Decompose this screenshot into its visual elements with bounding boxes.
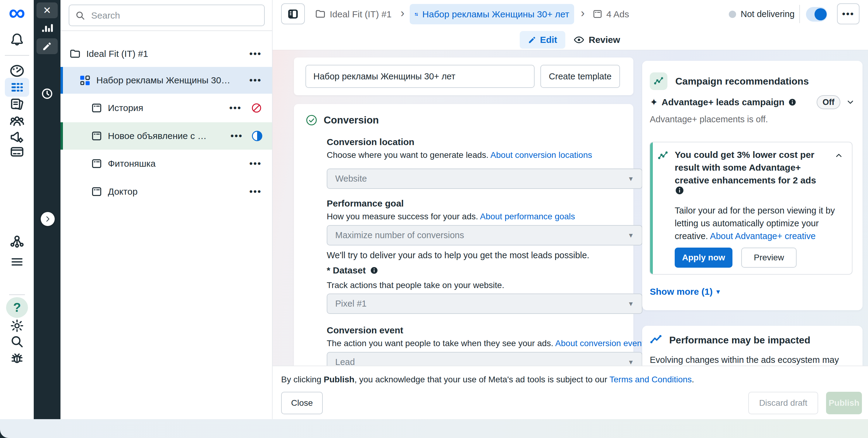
publish-acknowledgement: By clicking Publish, you acknowledge tha…	[281, 375, 694, 384]
caret-down-icon: ▼	[628, 300, 634, 308]
dropdown-value: Website	[335, 174, 367, 184]
show-more-link[interactable]: Show more (1) ▾	[650, 287, 720, 297]
publish-footer: By clicking Publish, you acknowledge tha…	[273, 366, 868, 419]
adset-name-input[interactable]	[305, 65, 535, 88]
note-bold: Publish	[324, 375, 354, 384]
dataset-label-row: * Dataset	[327, 265, 378, 275]
discard-draft-button[interactable]: Discard draft	[748, 392, 818, 414]
performance-goal-dropdown[interactable]: Maximize number of conversions ▼	[327, 225, 643, 245]
campaigns-table-active-tile[interactable]	[5, 78, 29, 97]
terms-and-conditions-link[interactable]: Terms and Conditions	[609, 375, 692, 384]
main-editor-area: Ideal Fit (IT) #1 › Набор рекламы Женщин…	[273, 0, 868, 419]
trend-arrow-icon	[650, 334, 662, 346]
info-icon[interactable]	[788, 98, 797, 107]
ad-page-icon	[91, 102, 102, 114]
breadcrumb-campaign[interactable]: Ideal Fit (IT) #1	[330, 9, 392, 20]
expand-sidebar-chevron-button[interactable]	[41, 212, 55, 226]
header-menu-dots-button[interactable]: •••	[837, 3, 860, 24]
row-menu-dots[interactable]: •••	[249, 158, 262, 169]
delivery-status-text: Not delivering	[741, 9, 795, 19]
help-icon[interactable]: ?	[6, 297, 28, 318]
sparkle-icon: ✦	[650, 96, 658, 108]
campaign-recommendations-card: Campaign recommendations ✦ Advantage+ le…	[642, 61, 863, 310]
ad-page-icon	[91, 130, 102, 142]
tree-divider	[60, 30, 272, 31]
conversion-location-label: Conversion location	[327, 137, 414, 147]
folder-icon	[315, 8, 326, 20]
breadcrumb-ads[interactable]: 4 Ads	[606, 9, 629, 20]
edit-pencil-active-button[interactable]	[36, 38, 58, 54]
performance-body: Evolving changes within the ads ecosyste…	[650, 355, 839, 365]
ad-page-icon	[91, 186, 102, 197]
preview-button[interactable]: Preview	[741, 247, 797, 268]
teal-accent-bar	[650, 142, 653, 274]
billing-card-icon[interactable]	[2, 142, 31, 161]
pages-news-icon[interactable]	[2, 95, 31, 114]
about-conversion-locations-link[interactable]: About conversion locations	[491, 150, 592, 160]
row-menu-dots[interactable]: •••	[229, 103, 242, 113]
conversion-heading-row: Conversion	[305, 113, 379, 127]
caret-down-icon: ▾	[716, 287, 720, 296]
advantage-leads-label: Advantage+ leads campaign	[662, 97, 784, 107]
apply-now-button[interactable]: Apply now	[675, 247, 733, 268]
ad-page-icon	[91, 158, 102, 169]
help-question-glyph: ?	[13, 300, 21, 315]
tree-row-campaign[interactable]: Ideal Fit (IT) #1 •••	[60, 40, 272, 67]
tree-row-ad-istoriya[interactable]: История •••	[60, 94, 272, 122]
info-icon[interactable]	[675, 185, 684, 195]
publish-button[interactable]: Publish	[826, 392, 862, 414]
about-performance-goals-link[interactable]: About performance goals	[480, 212, 575, 221]
adset-name-card: Create template	[294, 57, 633, 95]
toggle-tree-panel-button[interactable]	[281, 3, 305, 24]
caret-down-icon: ▼	[628, 359, 634, 366]
edit-mode-sidebar: ✕	[34, 0, 60, 419]
tree-label: Фитоняшка	[108, 158, 229, 169]
performance-bars-icon[interactable]	[36, 20, 58, 36]
bug-report-icon[interactable]	[2, 349, 31, 368]
row-menu-dots[interactable]: •••	[249, 49, 262, 59]
row-menu-dots[interactable]: •••	[249, 75, 262, 85]
note-text: .	[692, 375, 694, 384]
conversion-location-help: Choose where you want to generate leads.…	[327, 150, 592, 160]
in-progress-status-icon	[252, 131, 262, 141]
conversion-event-help: The action you want people to take when …	[327, 339, 648, 348]
about-conversion-events-link[interactable]: About conversion events	[555, 339, 649, 348]
tab-review[interactable]: Review	[574, 31, 620, 49]
row-menu-dots[interactable]: •••	[249, 186, 262, 197]
conversion-location-dropdown[interactable]: Website ▼	[327, 169, 643, 189]
page-bottom-strip	[0, 419, 868, 438]
pencil-icon	[528, 36, 536, 44]
tree-search-box[interactable]	[69, 5, 265, 26]
adset-grid-icon	[414, 8, 418, 20]
close-editor-button[interactable]: ✕	[36, 2, 58, 18]
chevron-down-icon[interactable]	[846, 98, 855, 107]
dataset-help: Track actions that people take on your w…	[327, 281, 504, 290]
notifications-bell-icon[interactable]	[2, 30, 31, 49]
meta-logo-icon[interactable]: ∞	[2, 3, 31, 22]
info-icon[interactable]	[370, 266, 378, 275]
dashboard-speedometer-icon[interactable]	[2, 61, 31, 80]
tree-row-ad-novoe-selected[interactable]: Новое объявление с цель... •••	[60, 122, 272, 150]
adset-on-off-toggle[interactable]	[806, 7, 827, 22]
row-menu-dots[interactable]: •••	[230, 131, 243, 141]
chevron-right-icon: ›	[401, 7, 405, 19]
tree-row-ad-fitonyashka[interactable]: Фитоняшка •••	[60, 150, 272, 178]
recommendation-title: You could get 3% lower cost per result w…	[675, 148, 820, 187]
org-chart-icon[interactable]	[2, 232, 31, 251]
dataset-dropdown[interactable]: Pixel #1 ▼	[327, 294, 643, 314]
chevron-up-icon[interactable]	[834, 151, 843, 160]
search-icon[interactable]	[2, 332, 31, 351]
help-text: Choose where you want to generate leads.	[327, 150, 488, 160]
close-button[interactable]: Close	[281, 392, 323, 414]
create-template-button[interactable]: Create template	[540, 65, 620, 88]
tree-row-ad-doktor[interactable]: Доктор •••	[60, 178, 272, 206]
tree-row-adset-selected[interactable]: Набор рекламы Женщины 30+ лет •••	[60, 67, 272, 94]
menu-hamburger-icon[interactable]	[2, 253, 31, 271]
campaign-tree-panel: Ideal Fit (IT) #1 ••• Набор рекламы Женщ…	[60, 0, 273, 419]
history-clock-icon[interactable]	[36, 86, 58, 101]
search-input[interactable]	[91, 10, 259, 21]
breadcrumb-adset-chip[interactable]: Набор рекламы Женщины 30+ лет	[410, 4, 574, 24]
about-advantage-creative-link[interactable]: About Advantage+ creative	[710, 231, 815, 241]
recommendation-item-card: You could get 3% lower cost per result w…	[649, 142, 852, 275]
tab-edit[interactable]: Edit	[520, 31, 565, 49]
